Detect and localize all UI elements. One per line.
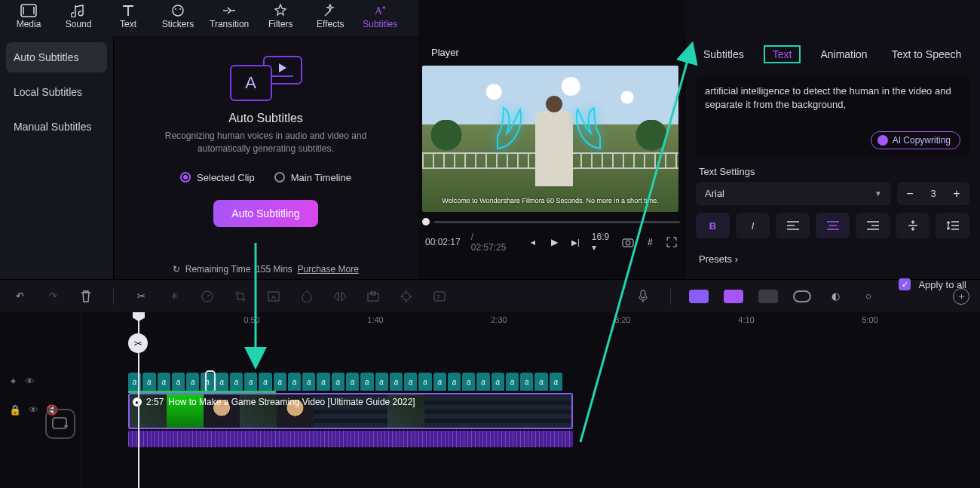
track-header-effect[interactable]: ✦ 👁	[0, 367, 81, 395]
size-increase-button[interactable]: +	[948, 187, 965, 201]
subtitle-segment[interactable]: a	[550, 373, 562, 391]
subtitle-segment[interactable]: a	[346, 373, 359, 391]
subtitle-segment[interactable]: a	[142, 373, 155, 391]
tool-icon-3[interactable]	[364, 287, 382, 305]
motion-tracking-button[interactable]	[397, 287, 415, 305]
tool-icon-1[interactable]: ✳	[165, 287, 183, 305]
timeline-tracks[interactable]: 0:50 1:40 2:30 3:20 4:10 5:00 ✂ a a a a …	[81, 312, 980, 488]
subtitle-segment[interactable]: a	[448, 373, 461, 391]
marker-style-2[interactable]	[724, 290, 743, 303]
align-right-button[interactable]	[856, 213, 890, 238]
inspector-tab-tts[interactable]: Text to Speech	[887, 45, 966, 63]
subtitle-segment[interactable]: a	[288, 373, 301, 391]
playhead-split-badge[interactable]: ✂	[128, 333, 148, 353]
ai-copywriting-button[interactable]: AI Copywriting	[871, 131, 960, 149]
size-decrease-button[interactable]: −	[902, 187, 918, 201]
subtitle-segment[interactable]: a	[520, 373, 533, 391]
subtitle-track[interactable]: a a a a a a a a a a a a a a a a a a a a …	[128, 373, 562, 391]
presets-section[interactable]: Presets ›	[685, 246, 980, 272]
delete-button[interactable]	[77, 287, 95, 305]
subtitle-segment[interactable]: a	[462, 373, 475, 391]
main-tab-stickers[interactable]: Stickers	[160, 4, 196, 29]
eye-icon[interactable]: 👁	[25, 376, 35, 387]
inspector-tab-animation[interactable]: Animation	[816, 45, 871, 63]
fullscreen-button[interactable]	[666, 235, 677, 249]
aspect-ratio-selector[interactable]: 16:9 ▾	[592, 232, 611, 253]
font-size-stepper[interactable]: − 3 +	[897, 182, 969, 205]
marker-style-4[interactable]	[793, 290, 811, 302]
main-tab-sound[interactable]: Sound	[60, 4, 96, 29]
subtitle-segment[interactable]: a	[360, 373, 373, 391]
timeline-ruler[interactable]: 0:50 1:40 2:30 3:20 4:10 5:00	[81, 312, 980, 330]
subtitle-segment[interactable]: a	[492, 373, 504, 391]
sidebar-item-local-subtitles[interactable]: Local Subtitles	[6, 77, 107, 107]
play-button[interactable]: ▶	[549, 235, 559, 249]
crop-button[interactable]	[231, 287, 250, 305]
subtitle-segment[interactable]: a	[332, 373, 345, 391]
italic-button[interactable]: I	[736, 213, 770, 238]
subtitle-segment[interactable]: a	[158, 373, 170, 391]
subtitle-segment[interactable]: a	[418, 373, 431, 391]
subtitle-segment[interactable]: a	[390, 373, 403, 391]
sidebar-item-auto-subtitles[interactable]: Auto Subtitles	[6, 42, 107, 72]
main-tab-text[interactable]: Text	[110, 4, 146, 29]
toggle-2[interactable]: ○	[859, 287, 877, 305]
inspector-tab-subtitles[interactable]: Subtitles	[699, 45, 749, 63]
auto-subtitling-button[interactable]: Auto Subtitling	[213, 200, 317, 227]
subtitle-segment[interactable]: a	[404, 373, 417, 391]
sidebar-item-manual-subtitles[interactable]: Manual Subtitles	[6, 112, 107, 142]
next-frame-button[interactable]: ▶|	[570, 235, 580, 249]
undo-button[interactable]: ↶	[11, 287, 29, 305]
radio-selected-clip[interactable]: Selected Clip	[180, 172, 255, 183]
subtitle-segment[interactable]: a	[230, 373, 243, 391]
add-media-button[interactable]	[45, 409, 75, 439]
subtitle-segment[interactable]: a	[216, 373, 228, 391]
subtitle-segment[interactable]: a	[375, 373, 388, 391]
prev-frame-button[interactable]: ◂	[527, 235, 537, 249]
video-clip[interactable]: ▸ 2:57 How to Make a Game Streaming Vide…	[128, 393, 573, 429]
line-spacing-button[interactable]	[936, 213, 969, 238]
selected-subtitle-segment[interactable]	[205, 370, 216, 393]
main-tab-effects[interactable]: Effects	[312, 4, 348, 29]
lock-icon[interactable]: 🔒	[9, 404, 21, 416]
eye-icon[interactable]: 👁	[29, 404, 38, 416]
subtitle-segment[interactable]: a	[476, 373, 489, 391]
radio-main-timeline[interactable]: Main Timeline	[274, 172, 351, 183]
font-family-select[interactable]: Arial ▼	[696, 182, 891, 205]
snapshot-button[interactable]	[622, 235, 634, 249]
subtitle-segment[interactable]: a	[172, 373, 185, 391]
grid-button[interactable]: #	[645, 235, 655, 249]
mirror-button[interactable]	[331, 287, 349, 305]
apply-to-all-checkbox[interactable]: ✓	[899, 278, 911, 290]
main-tab-media[interactable]: Media	[11, 4, 47, 29]
subtitle-segment[interactable]: a	[433, 373, 446, 391]
zoom-in-button[interactable]: ＋	[953, 288, 969, 305]
align-left-button[interactable]	[776, 213, 810, 238]
main-tab-transition[interactable]: Transition	[210, 4, 249, 29]
align-center-button[interactable]	[816, 213, 850, 238]
voiceover-button[interactable]	[634, 287, 652, 305]
audio-waveform-track[interactable]	[128, 431, 573, 447]
split-button[interactable]: ✂	[132, 287, 150, 305]
subtitle-segment[interactable]: a	[317, 373, 329, 391]
subtitle-text-editor[interactable]: artificial intelligence to detect the hu…	[696, 77, 969, 155]
redo-button[interactable]: ↷	[44, 287, 62, 305]
marker-style-3[interactable]	[758, 290, 778, 303]
inspector-tab-text[interactable]: Text	[764, 45, 801, 63]
video-preview[interactable]: Welcome to Wondershare Filmora 60 Second…	[422, 66, 678, 212]
seek-handle[interactable]	[422, 218, 430, 226]
tool-icon-4[interactable]: T	[430, 287, 449, 305]
main-tab-filters[interactable]: Filters	[262, 4, 299, 29]
purchase-more-link[interactable]: Purchase More	[298, 264, 359, 275]
speed-button[interactable]	[198, 287, 216, 305]
color-button[interactable]	[298, 287, 316, 305]
subtitle-segment[interactable]: a	[506, 373, 519, 391]
subtitle-segment[interactable]: a	[302, 373, 315, 391]
subtitle-segment[interactable]: a	[534, 373, 547, 391]
subtitle-segment[interactable]: a	[244, 373, 257, 391]
tool-icon-2[interactable]	[265, 287, 283, 305]
seek-bar[interactable]	[422, 218, 680, 226]
vertical-align-button[interactable]	[896, 213, 929, 238]
bold-button[interactable]: B	[696, 213, 730, 238]
subtitle-segment[interactable]: a	[274, 373, 286, 391]
